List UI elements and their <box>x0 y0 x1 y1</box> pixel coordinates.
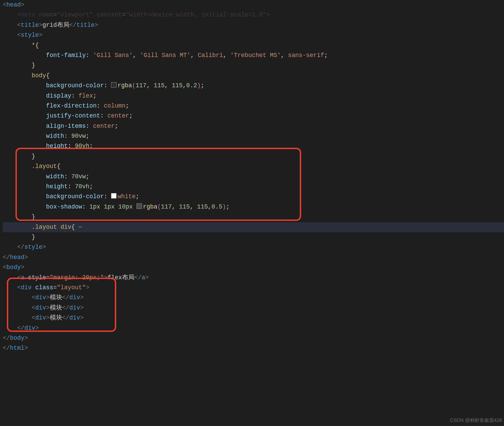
code-line: <div>模块</div> <box>3 313 504 323</box>
code-line: </div> <box>3 323 504 333</box>
code-line: <meta name="viewport" content="width=dev… <box>3 10 504 20</box>
code-line: display: flex; <box>3 91 504 101</box>
code-line: <title>grid布局</title> <box>3 20 504 30</box>
code-line: width: 90vw; <box>3 131 504 141</box>
code-line: flex-direction: column; <box>3 101 504 111</box>
code-line: <body> <box>3 262 504 272</box>
code-editor[interactable]: <head> <meta name="viewport" content="wi… <box>0 0 504 354</box>
code-line: </body> <box>3 333 504 343</box>
color-swatch-icon <box>136 203 142 209</box>
code-line: </head> <box>3 253 504 262</box>
code-line: height: 90vh; <box>3 141 504 151</box>
code-line: <div class="layout"> <box>3 283 504 293</box>
code-line: justify-content: center; <box>3 111 504 121</box>
code-line: </html> <box>3 343 504 353</box>
code-line: } <box>3 152 504 161</box>
code-line: font-family: 'Gill Sans', 'Gill Sans MT'… <box>3 51 504 60</box>
code-line: align-items: center; <box>3 121 504 131</box>
code-line: <div>模块</div> <box>3 303 504 313</box>
code-line-active: .layout div{ ⋯ <box>3 222 504 232</box>
code-line: <a style="margin: 20px;">flex布局</a> <box>3 273 504 283</box>
code-line: body{ <box>3 71 504 81</box>
code-line: } <box>3 60 504 70</box>
code-line: <style> <box>3 30 504 40</box>
code-line: width: 70vw; <box>3 172 504 182</box>
code-line: .layout{ <box>3 161 504 171</box>
color-swatch-icon <box>111 193 117 199</box>
code-line: <head> <box>3 0 504 10</box>
code-line: background-color: white; <box>3 192 504 202</box>
code-line: height: 70vh; <box>3 182 504 192</box>
code-line: *{ <box>3 41 504 51</box>
watermark: CSDN @鲜虾鱼板面428 <box>450 415 502 425</box>
color-swatch-icon <box>111 82 117 88</box>
code-line: background-color: rgba(117, 115, 115,0.2… <box>3 81 504 91</box>
title-text: grid布局 <box>43 22 69 29</box>
code-line: box-shadow: 1px 1px 10px rgba(117, 115, … <box>3 202 504 212</box>
code-line: </style> <box>3 242 504 252</box>
fold-ellipsis-icon[interactable]: ⋯ <box>75 224 82 231</box>
code-line: } <box>3 232 504 242</box>
code-line: } <box>3 212 504 222</box>
code-line: <div>模块</div> <box>3 293 504 303</box>
